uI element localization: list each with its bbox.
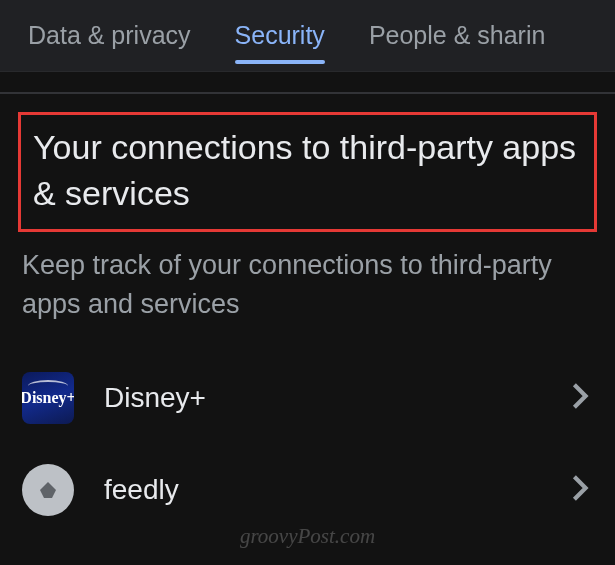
chevron-right-icon bbox=[571, 382, 589, 414]
tab-label: Data & privacy bbox=[28, 21, 191, 50]
disney-icon: Disney+ bbox=[22, 372, 74, 424]
tab-data-privacy[interactable]: Data & privacy bbox=[6, 0, 213, 72]
tab-label: Security bbox=[235, 21, 325, 50]
feedly-icon bbox=[22, 464, 74, 516]
tab-bar: Data & privacy Security People & sharin bbox=[0, 0, 615, 72]
app-row-disney[interactable]: Disney+ Disney+ bbox=[18, 352, 597, 444]
app-name: feedly bbox=[104, 474, 571, 506]
highlighted-title-box: Your connections to third-party apps & s… bbox=[18, 112, 597, 232]
chevron-right-icon bbox=[571, 474, 589, 506]
content-area: Your connections to third-party apps & s… bbox=[0, 94, 615, 536]
tab-label: People & sharin bbox=[369, 21, 546, 50]
section-subtitle: Keep track of your connections to third-… bbox=[18, 246, 597, 324]
app-row-feedly[interactable]: feedly bbox=[18, 444, 597, 536]
tab-people-sharing[interactable]: People & sharin bbox=[347, 0, 568, 72]
section-title: Your connections to third-party apps & s… bbox=[33, 125, 582, 217]
app-name: Disney+ bbox=[104, 382, 571, 414]
tab-security[interactable]: Security bbox=[213, 0, 347, 72]
